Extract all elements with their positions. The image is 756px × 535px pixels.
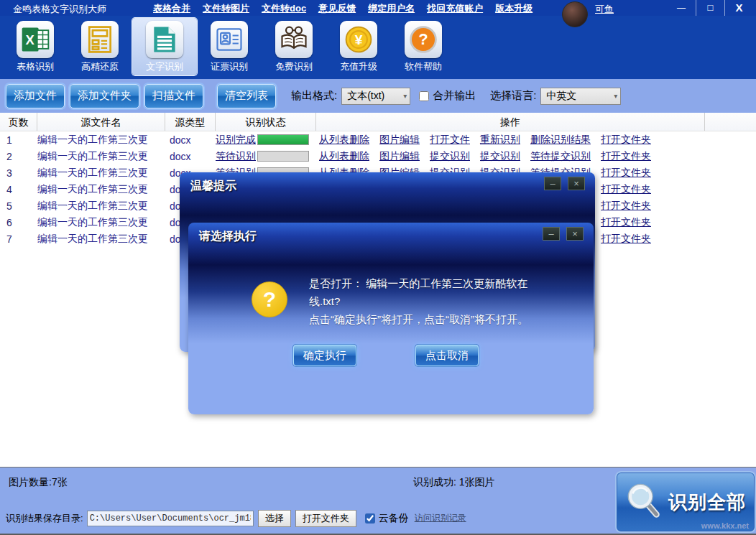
source-filename: 编辑一天的工作第三次更	[37, 134, 165, 146]
language-select[interactable]: 中英文▾	[540, 88, 621, 105]
dialog-title: 温馨提示	[190, 179, 236, 194]
cloud-backup-checkbox[interactable]	[365, 513, 375, 524]
image-count-text: 图片数量:7张	[9, 476, 68, 489]
toolbar-item-label: 表格识别	[17, 60, 54, 73]
menu-item-table-merge[interactable]: 表格合并	[153, 2, 190, 15]
username-link[interactable]: 可鱼	[595, 3, 614, 16]
cloud-backup-label: 云备份	[379, 512, 409, 525]
open-folder-button[interactable]: 打开文件夹	[295, 510, 356, 527]
dialog-minimize-button[interactable]: –	[544, 177, 561, 190]
save-dir-input[interactable]	[87, 511, 254, 526]
toolbar-item-label: 充值升级	[340, 60, 377, 73]
menu-item-feedback[interactable]: 意见反馈	[318, 2, 356, 15]
toolbar-item-hd-restore[interactable]: 高精还原	[68, 18, 132, 75]
op-link[interactable]: 从列表删除	[319, 134, 369, 146]
toolbar-item-label: 软件帮助	[405, 60, 442, 73]
choose-dir-button[interactable]: 选择	[258, 510, 291, 527]
op-link[interactable]: 图片编辑	[379, 134, 420, 146]
op-link[interactable]: 等待提交识别	[530, 150, 591, 163]
add-folder-button[interactable]: 添加文件夹	[70, 84, 139, 108]
svg-text:¥: ¥	[355, 32, 363, 47]
window-controls: — □ X	[667, 0, 753, 16]
toolbar-item-recharge[interactable]: ¥ 充值升级	[326, 18, 391, 75]
save-dir-label: 识别结果保存目录:	[6, 512, 83, 525]
op-link[interactable]: 提交识别	[430, 150, 470, 163]
status-link[interactable]: 识别完成	[216, 134, 256, 146]
op-link[interactable]: 打开文件夹	[601, 183, 651, 196]
gold-coin-icon: ¥	[340, 21, 377, 58]
page-number: 5	[0, 200, 37, 212]
toolbar-item-table-ocr[interactable]: X 表格识别	[3, 18, 68, 75]
page-number: 4	[0, 184, 37, 195]
toolbar-item-free-ocr[interactable]: 免费识别	[262, 18, 326, 75]
help-question-icon: ?	[405, 21, 442, 58]
scan-file-button[interactable]: 扫描文件	[144, 84, 203, 108]
dialog-close-button[interactable]: ×	[566, 227, 584, 241]
recognize-all-button[interactable]: 识别全部 www.kkx.net	[615, 471, 756, 533]
op-link[interactable]: 重新识别	[480, 134, 520, 146]
chevron-down-icon: ▾	[614, 92, 617, 100]
op-link[interactable]: 提交识别	[480, 150, 520, 163]
action-row: 添加文件 添加文件夹 扫描文件 清空列表 输出格式: 文本(txt)▾ 合并输出…	[0, 79, 756, 113]
toolbar-item-cert-ocr[interactable]: 证票识别	[197, 18, 262, 75]
progress-bar	[257, 134, 309, 145]
hd-restore-icon	[81, 21, 119, 58]
click-cancel-button[interactable]: 点击取消	[415, 345, 479, 366]
top-menu: 表格合并 文件转图片 文件转doc 意见反馈 绑定用户名 找回充值账户 版本升级	[153, 2, 533, 15]
chevron-down-icon: ▾	[403, 92, 407, 100]
progress-bar	[257, 151, 309, 162]
confirm-execute-button[interactable]: 确定执行	[293, 345, 356, 366]
maximize-button[interactable]: □	[696, 0, 724, 16]
svg-text:?: ?	[418, 30, 428, 48]
table-row: 1 编辑一天的工作第三次更 docx 识别完成 从列表删除 图片编辑 打开文件 …	[0, 131, 756, 148]
op-link[interactable]: 打开文件夹	[601, 200, 651, 213]
op-link[interactable]: 打开文件夹	[601, 150, 651, 163]
toolbar-item-label: 文字识别	[146, 60, 183, 73]
toolbar-item-text-ocr[interactable]: 文字识别	[132, 18, 197, 75]
titlebar: 金鸣表格文字识别大师 表格合并 文件转图片 文件转doc 意见反馈 绑定用户名 …	[0, 0, 756, 16]
status-link[interactable]: 等待识别	[216, 150, 256, 163]
page-number: 6	[0, 217, 37, 228]
op-link[interactable]: 打开文件夹	[601, 216, 651, 229]
menu-item-file-to-image[interactable]: 文件转图片	[203, 2, 249, 15]
op-link[interactable]: 从列表删除	[319, 150, 369, 163]
user-avatar[interactable]	[562, 1, 588, 27]
table-header: 页数 源文件名 源类型 识别状态 操作	[0, 113, 756, 131]
dialog-close-button[interactable]: ×	[568, 177, 585, 190]
dialog-minimize-button[interactable]: –	[543, 227, 560, 241]
dialog-title: 请选择执行	[199, 229, 257, 244]
output-format-label: 输出格式:	[291, 89, 337, 103]
op-link[interactable]: 打开文件夹	[601, 233, 651, 246]
menu-item-file-to-doc[interactable]: 文件转doc	[262, 2, 306, 15]
close-button[interactable]: X	[724, 0, 753, 16]
menu-item-bind-username[interactable]: 绑定用户名	[368, 2, 415, 15]
output-format-select[interactable]: 文本(txt)▾	[341, 88, 410, 105]
source-filename: 编辑一天的工作第三次更	[37, 150, 165, 163]
table-row: 2 编辑一天的工作第三次更 docx 等待识别 从列表删除 图片编辑 提交识别 …	[0, 148, 756, 164]
add-file-button[interactable]: 添加文件	[6, 84, 65, 108]
merge-output-label: 合并输出	[433, 89, 476, 103]
page-number: 3	[0, 167, 37, 179]
success-count-text: 识别成功: 1张图片	[413, 476, 495, 489]
op-link[interactable]: 打开文件	[430, 134, 470, 146]
page-number: 7	[0, 233, 37, 245]
history-link[interactable]: 访问识别记录	[415, 512, 466, 524]
merge-output-checkbox[interactable]	[419, 91, 429, 101]
source-type: docx	[165, 151, 216, 162]
source-filename: 编辑一天的工作第三次更	[37, 183, 165, 196]
watermark: www.kkx.net	[701, 521, 749, 530]
minimize-button[interactable]: —	[667, 0, 696, 16]
app-title: 金鸣表格文字识别大师	[13, 3, 106, 16]
excel-table-icon: X	[17, 21, 54, 58]
op-link[interactable]: 删除识别结果	[530, 134, 591, 146]
clear-list-button[interactable]: 清空列表	[217, 84, 276, 108]
menu-item-recover-account[interactable]: 找回充值账户	[427, 2, 483, 15]
source-filename: 编辑一天的工作第三次更	[37, 216, 165, 229]
svg-text:X: X	[26, 32, 35, 47]
menu-item-version-upgrade[interactable]: 版本升级	[495, 2, 533, 15]
source-type: docx	[165, 134, 216, 146]
op-link[interactable]: 打开文件夹	[601, 167, 651, 180]
op-link[interactable]: 图片编辑	[379, 150, 420, 163]
op-link[interactable]: 打开文件夹	[601, 134, 651, 146]
toolbar-item-help[interactable]: ? 软件帮助	[391, 18, 456, 75]
